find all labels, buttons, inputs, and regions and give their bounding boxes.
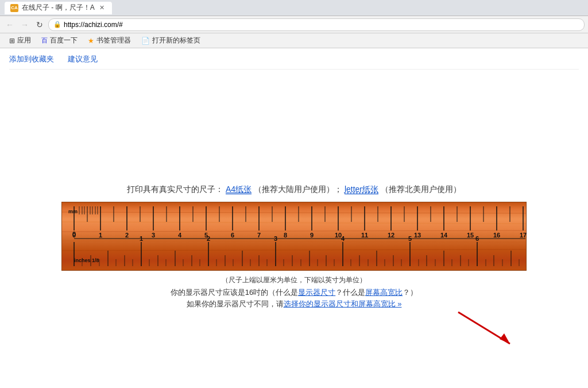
ruler-container: mm 0 1 2 3 [61,202,527,271]
address-bar[interactable]: 🔒 https://achizi.com/# [48,18,585,31]
svg-text:4: 4 [178,232,182,239]
print-instruction: 打印具有真实尺寸的尺子： A4纸张 （推荐大陆用户使用）； letter纸张 （… [9,185,579,195]
svg-text:1: 1 [99,232,102,239]
bookmark-new-tab[interactable]: 📄 打开新的标签页 [137,34,205,47]
svg-text:15: 15 [467,232,474,239]
forward-button[interactable]: → [18,18,31,31]
arrow-container [9,309,579,355]
svg-text:16: 16 [493,232,500,239]
feedback-link[interactable]: 建议意见 [68,54,98,64]
ruler-graphic: mm 0 1 2 3 [61,202,527,271]
svg-text:12: 12 [388,232,394,239]
browser-toolbar: ← → ↻ 🔒 https://achizi.com/# [0,16,588,33]
browser-tab[interactable]: CA 在线尺子 - 啊，尺子！A ✕ [5,2,112,14]
svg-text:mm: mm [68,209,78,214]
tab-title: 在线尺子 - 啊，尺子！A [22,3,95,13]
red-arrow [452,309,521,349]
select-monitor-link[interactable]: 选择你的显示器尺寸和屏幕高宽比 » [284,299,402,308]
svg-text:14: 14 [440,232,448,239]
tab-close-button[interactable]: ✕ [98,4,106,12]
refresh-button[interactable]: ↻ [33,18,46,31]
bookmarks-bar: ⊞ 应用 百 百度一下 ★ 书签管理器 📄 打开新的标签页 [0,33,588,48]
monitor-change-info: 如果你的显示器尺寸不同，请选择你的显示器尺寸和屏幕高宽比 » [9,299,579,309]
print-a4-link[interactable]: A4纸张 [226,185,252,194]
baidu-icon: 百 [41,36,48,45]
what-is-aspect-ratio-link[interactable]: 屏幕高宽比 [365,288,403,297]
page-top-links: 添加到收藏夹 建议意见 [9,52,579,70]
bookmark-manager-label: 书签管理器 [96,36,131,45]
back-button[interactable]: ← [3,18,16,31]
bookmark-manager[interactable]: ★ 书签管理器 [83,34,136,47]
browser-titlebar: CA 在线尺子 - 啊，尺子！A ✕ [0,0,588,16]
bookmark-apps-label: 应用 [17,36,31,45]
svg-text:11: 11 [361,232,368,239]
bookmark-star-icon: ★ [88,37,94,45]
new-tab-icon: 📄 [141,37,150,45]
apps-icon: ⊞ [9,37,15,45]
page-content: 添加到收藏夹 建议意见 打印具有真实尺寸的尺子： A4纸张 （推荐大陆用户使用）… [0,48,588,382]
svg-text:17: 17 [520,232,527,239]
bookmark-baidu-label: 百度一下 [50,36,78,45]
print-letter-link[interactable]: letter纸张 [345,185,378,194]
security-icon: 🔒 [53,21,61,28]
svg-text:6: 6 [231,232,234,239]
tab-favicon: CA [10,4,18,12]
svg-text:7: 7 [257,232,261,239]
svg-text:8: 8 [284,232,287,239]
add-bookmark-link[interactable]: 添加到收藏夹 [9,54,54,64]
svg-text:9: 9 [310,232,314,239]
url-text: https://achizi.com/# [64,21,123,29]
info-text-container: （尺子上端以厘米为单位，下端以英寸为单位） 你的显示器尺寸应该是16吋的（什么是… [9,275,579,309]
bookmark-new-tab-label: 打开新的标签页 [152,36,200,45]
ruler-section: 打印具有真实尺寸的尺子： A4纸张 （推荐大陆用户使用）； letter纸张 （… [9,185,579,355]
svg-text:0: 0 [72,231,76,237]
svg-text:13: 13 [414,232,421,239]
monitor-size-info: 你的显示器尺寸应该是16吋的（什么是显示器尺寸？什么是屏幕高宽比？） [9,287,579,298]
svg-text:2: 2 [125,232,129,239]
unit-info: （尺子上端以厘米为单位，下端以英寸为单位） [9,275,579,285]
svg-marker-133 [500,333,510,344]
svg-text:inches 1/8: inches 1/8 [74,258,99,263]
bookmark-apps[interactable]: ⊞ 应用 [5,34,36,47]
svg-text:3: 3 [152,232,155,239]
bookmark-baidu[interactable]: 百 百度一下 [37,34,82,47]
what-is-monitor-size-link[interactable]: 显示器尺寸 [298,288,335,297]
